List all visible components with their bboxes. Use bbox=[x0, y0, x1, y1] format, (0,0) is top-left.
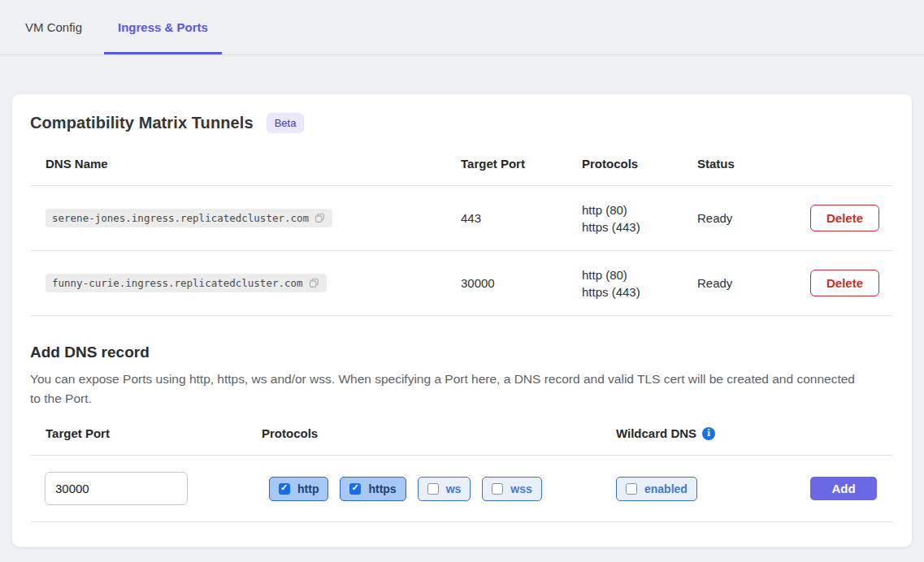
protocol-toggle-https[interactable]: https bbox=[340, 477, 406, 501]
table-row: serene-jones.ingress.replicatedcluster.c… bbox=[30, 186, 893, 251]
protocol-toggle-wss[interactable]: wss bbox=[482, 477, 541, 501]
checkbox-icon bbox=[492, 483, 503, 495]
label-wildcard-dns: Wildcard DNS bbox=[616, 426, 696, 440]
add-dns-description: You can expose Ports using http, https, … bbox=[30, 370, 855, 409]
col-header-dns-name: DNS Name bbox=[46, 157, 461, 171]
protocols-cell: http (80) https (443) bbox=[582, 201, 697, 236]
label-target-port: Target Port bbox=[46, 426, 262, 440]
target-port-input[interactable] bbox=[45, 472, 188, 505]
status-cell: Ready bbox=[697, 276, 810, 290]
table-row: funny-curie.ingress.replicatedcluster.co… bbox=[30, 251, 893, 316]
checkbox-icon bbox=[427, 483, 439, 495]
col-header-protocols: Protocols bbox=[582, 157, 697, 171]
checkbox-icon bbox=[349, 483, 361, 495]
dns-name-text: serene-jones.ingress.replicatedcluster.c… bbox=[52, 212, 309, 224]
tunnels-card: Compatibility Matrix Tunnels Beta DNS Na… bbox=[11, 93, 913, 547]
add-dns-form-labels: Target Port Protocols Wildcard DNS bbox=[30, 426, 893, 456]
protocol-toggle-ws[interactable]: ws bbox=[418, 477, 471, 501]
protocol-line: https (443) bbox=[582, 218, 697, 236]
tab-vm-config[interactable]: VM Config bbox=[11, 0, 96, 54]
copy-icon[interactable] bbox=[314, 212, 326, 224]
add-dns-form-row: http https ws wss enabled Add bbox=[30, 456, 893, 506]
tab-ingress-ports[interactable]: Ingress & Ports bbox=[104, 0, 222, 54]
protocol-line: http (80) bbox=[582, 201, 697, 218]
protocol-toggle-http[interactable]: http bbox=[269, 477, 328, 501]
target-port-cell: 30000 bbox=[461, 276, 582, 290]
status-cell: Ready bbox=[697, 211, 810, 225]
dns-name-pill: funny-curie.ingress.replicatedcluster.co… bbox=[46, 274, 327, 292]
protocols-cell: http (80) https (443) bbox=[582, 266, 697, 300]
delete-button[interactable]: Delete bbox=[810, 270, 879, 296]
col-header-target-port: Target Port bbox=[461, 157, 582, 171]
wildcard-enabled-toggle[interactable]: enabled bbox=[616, 477, 697, 501]
tab-bar: VM Config Ingress & Ports bbox=[0, 0, 924, 55]
add-dns-title: Add DNS record bbox=[30, 344, 893, 361]
delete-button[interactable]: Delete bbox=[810, 205, 879, 231]
card-header: Compatibility Matrix Tunnels Beta bbox=[30, 113, 893, 133]
dns-name-text: funny-curie.ingress.replicatedcluster.co… bbox=[52, 277, 303, 289]
target-port-cell: 443 bbox=[461, 211, 582, 225]
beta-badge: Beta bbox=[267, 113, 305, 133]
protocol-line: https (443) bbox=[582, 283, 697, 300]
col-header-status: Status bbox=[697, 157, 810, 171]
tunnels-table: DNS Name Target Port Protocols Status se… bbox=[30, 141, 893, 316]
label-protocols: Protocols bbox=[262, 426, 616, 440]
protocol-toggle-group: http https ws wss bbox=[269, 477, 616, 501]
info-icon[interactable] bbox=[702, 427, 715, 440]
table-header-row: DNS Name Target Port Protocols Status bbox=[30, 141, 893, 186]
checkbox-icon bbox=[626, 483, 637, 495]
add-button[interactable]: Add bbox=[810, 477, 877, 500]
protocol-line: http (80) bbox=[582, 266, 697, 283]
page-title: Compatibility Matrix Tunnels bbox=[30, 114, 254, 132]
checkbox-icon bbox=[279, 483, 290, 495]
dns-name-pill: serene-jones.ingress.replicatedcluster.c… bbox=[46, 209, 332, 227]
copy-icon[interactable] bbox=[308, 277, 320, 289]
divider bbox=[30, 521, 893, 522]
